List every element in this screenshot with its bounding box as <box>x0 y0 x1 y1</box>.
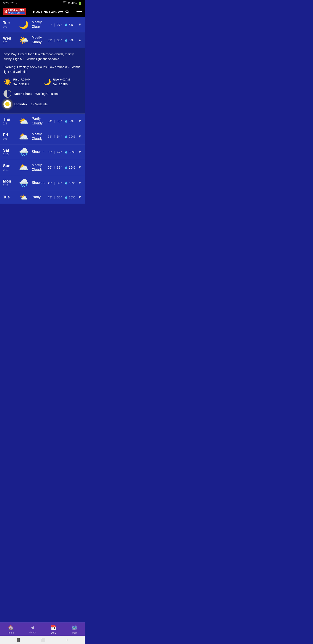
chevron-down-icon: ▼ <box>78 134 82 139</box>
rain-drop-icon: 💧 <box>64 120 68 123</box>
moon-column: 🌙 Rise 6:02AM Set 3:08PM <box>43 78 81 87</box>
temp-range: 43° | 30° <box>48 196 62 199</box>
svg-point-0 <box>66 10 68 12</box>
temp-range: 63° | 42° <box>48 150 62 154</box>
weather-icon: 🌤️ <box>18 36 29 44</box>
day-info: Sat 2/10 <box>3 148 16 156</box>
sun-moon-section: ☀️ Rise 7:29AM Set 5:58PM <box>3 78 81 87</box>
forecast-row-sat-2-10[interactable]: Sat 2/10 🌧️ Showers 63° | 42° 💧 55% ▼ <box>0 144 85 160</box>
uv-sun-icon <box>3 100 11 108</box>
weather-description: Showers <box>32 180 48 185</box>
uv-index-label: UV Index <box>14 102 27 106</box>
day-info: Thu 2/8 <box>3 117 16 125</box>
chevron-up-icon: ▲ <box>78 38 82 42</box>
day-name: Mon <box>3 179 16 184</box>
temp-range: 59° | 35° <box>48 38 62 42</box>
moon-rise-time: 6:02AM <box>60 78 70 81</box>
sun-set-time: 5:58PM <box>19 83 29 86</box>
precip-percent: 5% <box>69 119 73 123</box>
day-name: Thu <box>3 117 16 122</box>
hi-temp: 49° <box>48 181 53 185</box>
battery-percent: 49% <box>71 2 77 5</box>
day-date: 2/11 <box>3 168 16 172</box>
precipitation: 💧 5% <box>64 38 76 42</box>
lo-temp: 30° <box>57 196 62 199</box>
sun-rise-time: 7:29AM <box>20 78 30 81</box>
location-display: HUNTINGTON, WV <box>33 9 69 14</box>
day-name: Tue <box>3 21 16 25</box>
lo-temp: 27° <box>57 23 62 26</box>
precipitation: 💧 5% <box>64 23 76 26</box>
weather-icon: 🌙 <box>18 20 29 29</box>
precip-percent: 20% <box>69 135 75 138</box>
temp-range: 64° | 54° <box>48 135 62 138</box>
status-bar: 3:23 52° ✕ ⊘ 49% 🔋 <box>0 0 85 6</box>
precip-percent: 55% <box>69 150 75 154</box>
search-icon[interactable] <box>65 9 69 14</box>
precipitation: 💧 15% <box>64 166 76 169</box>
rain-drop-icon: 💧 <box>64 150 68 154</box>
lo-temp: 42° <box>57 150 62 154</box>
uv-row: UV Index 3 - Moderate <box>3 100 81 108</box>
lo-temp: 54° <box>57 135 62 138</box>
wifi-icon <box>63 1 66 5</box>
logo-first-alert-text: FIRST ALERT <box>8 9 24 12</box>
app-logo: 3 FIRST ALERT WEATHER <box>3 8 26 15</box>
rain-drop-icon: 💧 <box>64 135 68 138</box>
hi-temp: 63° <box>48 150 53 154</box>
status-temp: 52° <box>10 2 14 5</box>
weather-description: Partly Cloudy <box>32 116 48 126</box>
moon-set-label: Set <box>53 83 57 86</box>
weather-description: Mostly Cloudy <box>32 132 48 141</box>
forecast-row-fri-2-9[interactable]: Fri 2/9 🌥️ Mostly Cloudy 64° | 54° 💧 20%… <box>0 129 85 144</box>
day-date: 2/6 <box>3 25 16 28</box>
evening-label: Evening: <box>3 65 17 69</box>
forecast-row-tue-2-6[interactable]: Tue 2/6 🌙 Mostly Clear --° | 27° 💧 5% ▼ <box>0 17 85 32</box>
rise-label: Rise <box>13 78 19 81</box>
day-info: Mon 2/12 <box>3 179 16 187</box>
svg-line-1 <box>68 12 69 14</box>
moon-phase-icon <box>3 90 11 98</box>
temp-range: 56° | 39° <box>48 166 62 169</box>
weather-description: Showers <box>32 150 48 154</box>
rain-drop-icon: 💧 <box>64 181 68 184</box>
lo-temp: 32° <box>57 181 62 185</box>
forecast-row-tue-partial[interactable]: Tue ⛅ Partly 43° | 30° 💧 30% ▼ <box>0 191 85 204</box>
day-info: Wed 2/7 <box>3 36 16 44</box>
forecast-row-wed-2-7[interactable]: Wed 2/7 🌤️ Mostly Sunny 59° | 35° 💧 5% ▲ <box>0 32 85 48</box>
forecast-row-sun-2-11[interactable]: Sun 2/11 🌥️ Mostly Cloudy 56° | 39° 💧 15… <box>0 160 85 175</box>
day-name: Fri <box>3 133 16 137</box>
moon-rise-label: Rise <box>53 78 59 81</box>
day-date: 2/12 <box>3 184 16 187</box>
location-text: HUNTINGTON, WV <box>33 10 63 14</box>
temp-range: 49° | 32° <box>48 181 62 185</box>
day-info: Sun 2/11 <box>3 164 16 172</box>
weather-description: Mostly Cloudy <box>32 163 48 172</box>
logo-weather-text: WEATHER <box>8 12 24 14</box>
precipitation: 💧 55% <box>64 150 76 154</box>
forecast-row-thu-2-8[interactable]: Thu 2/8 ⛅ Partly Cloudy 64° | 48° 💧 5% ▼ <box>0 114 85 129</box>
temp-range: --° | 27° <box>49 23 62 26</box>
hi-temp: 56° <box>48 166 53 169</box>
forecast-row-mon-2-12[interactable]: Mon 2/12 🌧️ Showers 49° | 32° 💧 50% ▼ <box>0 175 85 191</box>
signal-icon: ⊘ <box>68 2 70 5</box>
sun-icon: ☀️ <box>3 78 11 86</box>
chevron-down-icon: ▼ <box>78 150 82 154</box>
precip-percent: 15% <box>69 166 75 169</box>
day-date: 2/10 <box>3 153 16 156</box>
battery-icon: 🔋 <box>78 2 82 5</box>
day-name: Wed <box>3 36 16 41</box>
rain-drop-icon: 💧 <box>64 166 68 169</box>
day-description: Day: Day: Except for a few afternoon clo… <box>3 52 81 62</box>
lo-temp: 39° <box>57 166 62 169</box>
app-header: 3 FIRST ALERT WEATHER HUNTINGTON, WV <box>0 6 85 17</box>
chevron-down-icon: ▼ <box>78 195 82 200</box>
lo-temp: 35° <box>57 38 62 42</box>
weather-icon: 🌧️ <box>18 178 29 188</box>
rain-drop-icon: 💧 <box>64 38 68 42</box>
forecast-list: Tue 2/6 🌙 Mostly Clear --° | 27° 💧 5% ▼ … <box>0 17 85 204</box>
precipitation: 💧 5% <box>64 119 76 123</box>
hamburger-menu[interactable] <box>76 10 82 13</box>
moon-set-time: 3:08PM <box>58 83 68 86</box>
weather-description: Mostly Clear <box>32 20 49 29</box>
